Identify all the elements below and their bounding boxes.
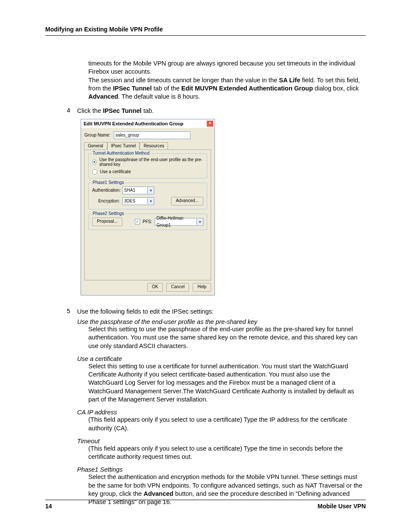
chevron-down-icon: ▾: [147, 187, 154, 193]
intro-2a: The session and idle timeouts cannot be …: [88, 77, 279, 84]
edit-group-term: Edit MUVPN Extended Authentication Group: [181, 85, 313, 92]
tab-ipsec-tunnel[interactable]: IPsec Tunnel: [107, 142, 140, 150]
group-name-label: Group Name:: [84, 133, 111, 137]
dialog-title: Edit MUVPN Extended Authentication Group: [84, 121, 184, 126]
footer-title: Mobile User VPN: [318, 503, 366, 510]
def-caip-title: CA IP address: [77, 409, 366, 416]
chevron-down-icon: ▾: [196, 219, 203, 225]
authentication-select[interactable]: SHA1 ▾: [122, 187, 154, 194]
phase1-legend: Phase1 Settings: [91, 180, 125, 185]
authentication-value: SHA1: [123, 187, 147, 194]
def-timeout-title: Timeout: [77, 438, 366, 445]
encryption-select[interactable]: 3DES ▾: [122, 197, 154, 205]
group-name-input[interactable]: sales_group: [114, 131, 190, 139]
page-number: 14: [45, 503, 52, 510]
def-cert-title: Use a certificate: [77, 355, 366, 362]
def-caip-body: (This field appears only if you select t…: [88, 416, 366, 432]
radio-passphrase[interactable]: [92, 159, 97, 165]
dialog-titlebar: Edit MUVPN Extended Authentication Group…: [81, 119, 215, 128]
sa-life-term: SA Life: [279, 77, 300, 84]
intro-para-1: timeouts for the Mobile VPN group are al…: [88, 59, 366, 76]
step4-ipsec: IPSec Tunnel: [103, 107, 142, 114]
fieldset-phase1: Phase1 Settings Authentication: SHA1 ▾ E…: [88, 183, 207, 209]
pfs-checkbox[interactable]: ✓: [135, 219, 140, 224]
intro-2c: tab of the: [152, 85, 181, 92]
pfs-label: PFS:: [143, 219, 152, 224]
fieldset-phase2: Phase2 Settings Proposal... ✓ PFS: Diffi…: [88, 214, 207, 230]
diffie-hellman-select[interactable]: Diffie-Hellman Group1 ▾: [155, 218, 203, 226]
tab-general[interactable]: General: [84, 142, 107, 149]
tunnel-auth-legend: Tunnel Authentication Method: [91, 151, 151, 156]
encryption-label: Encryption:: [92, 199, 120, 203]
proposal-button[interactable]: Proposal...: [92, 218, 122, 226]
tab-resources[interactable]: Resources: [140, 142, 168, 149]
radio-certificate-label: Use a certificate: [100, 169, 131, 174]
page-footer: 14 Mobile User VPN: [45, 500, 366, 510]
help-button[interactable]: Help: [193, 283, 211, 292]
intro-2d: dialog box, click: [313, 85, 358, 92]
cancel-button[interactable]: Cancel: [166, 283, 189, 292]
step-4: 4 Click the IPSec Tunnel tab.: [65, 107, 366, 115]
advanced-button[interactable]: Advanced...: [171, 197, 203, 205]
chevron-down-icon: ▾: [147, 198, 154, 204]
diffie-hellman-value: Diffie-Hellman Group1: [155, 215, 196, 229]
radio-certificate[interactable]: [92, 169, 97, 174]
intro-para-2: The session and idle timeouts cannot be …: [88, 76, 366, 101]
phase2-legend: Phase2 Settings: [91, 211, 125, 216]
step-5: 5 Use the following fields to edit the I…: [65, 308, 366, 316]
close-icon[interactable]: ×: [206, 120, 214, 127]
radio-passphrase-label: Use the passphrase of the end-user profi…: [99, 157, 203, 167]
encryption-value: 3DES: [123, 198, 147, 205]
intro-2e: . The default value is 8 hours.: [118, 93, 200, 100]
advanced-term: Advanced: [88, 93, 118, 100]
edit-muvpn-dialog: Edit MUVPN Extended Authentication Group…: [81, 119, 215, 296]
def-cert-body: Select this setting to use a certificate…: [88, 362, 366, 404]
def-timeout-body: (This field appears only if you select t…: [88, 445, 366, 461]
running-header: Modifying an Existing Mobile VPN Profile: [45, 26, 366, 36]
step-5-number: 5: [65, 308, 70, 316]
def-phase1-title: Phase1 Settings: [77, 466, 366, 473]
ipsec-tunnel-term: IPSec Tunnel: [113, 85, 152, 92]
ok-button[interactable]: OK: [147, 283, 163, 292]
step-5-text: Use the following fields to edit the IPS…: [77, 308, 366, 316]
step4-c: tab.: [142, 107, 154, 114]
def-p1-adv: Advanced: [143, 490, 173, 497]
step-4-number: 4: [65, 107, 70, 115]
step4-a: Click the: [77, 107, 103, 114]
authentication-label: Authentication:: [92, 188, 120, 193]
def-passphrase-body: Select this setting to use the passphras…: [88, 325, 366, 350]
def-passphrase-title: Use the passphrase of the end-user profi…: [77, 318, 366, 325]
tab-strip: General IPsec Tunnel Resources: [84, 142, 211, 149]
ipsec-tab-panel: Tunnel Authentication Method Use the pas…: [84, 149, 211, 280]
fieldset-tunnel-auth: Tunnel Authentication Method Use the pas…: [88, 153, 207, 178]
